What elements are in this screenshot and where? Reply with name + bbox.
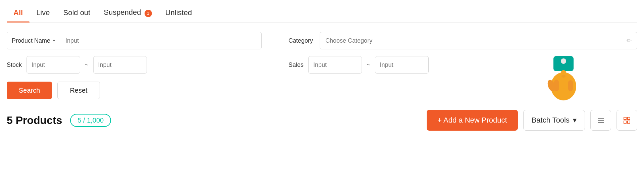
reset-button[interactable]: Reset [57,82,100,99]
tab-sold-out[interactable]: Sold out [56,4,97,22]
tab-live[interactable]: Live [30,4,56,22]
batch-tools-button[interactable]: Batch Tools ▾ [523,110,585,131]
product-name-selector[interactable]: Product Name ▾ [7,32,262,49]
bottom-row: 5 Products 5 / 1,000 [7,110,637,131]
sales-label: Sales [288,61,304,69]
stock-to-input[interactable] [93,56,147,74]
edit-icon[interactable]: ✏ [627,37,632,44]
action-buttons-row: Search Reset [7,82,637,99]
sales-from-input[interactable] [308,56,362,74]
product-name-input[interactable] [60,37,261,44]
stock-from-input[interactable] [26,56,80,74]
suspended-badge: 1 [145,10,152,17]
tab-suspended[interactable]: Suspended 1 [97,3,158,22]
product-name-filter: Product Name ▾ [7,32,262,49]
chevron-down-icon: ▾ [53,38,55,43]
stock-filter: Stock ~ [7,56,262,74]
tab-all[interactable]: All [7,4,30,22]
stock-range-separator: ~ [85,61,89,69]
tab-unlisted[interactable]: Unlisted [159,4,199,22]
view-grid-button[interactable] [616,110,637,131]
search-button[interactable]: Search [7,82,52,99]
stock-label: Stock [7,61,22,69]
filter-row-1: Product Name ▾ Category ✏ [7,32,637,49]
tabs-bar: All Live Sold out Suspended 1 Unlisted [7,0,637,23]
sales-filter: Sales ~ [288,56,637,74]
view-list-button[interactable] [590,110,611,131]
svg-rect-12 [628,117,630,120]
svg-rect-13 [624,121,626,123]
product-name-dropdown[interactable]: Product Name ▾ [7,32,60,49]
bottom-actions: + Add a New Product Batch Tools ▾ [427,110,637,131]
category-input-wrapper: ✏ [320,32,637,49]
svg-point-6 [561,75,566,78]
svg-rect-14 [628,121,630,123]
chevron-down-icon: ▾ [573,116,577,125]
sales-to-input[interactable] [375,56,429,74]
grid-view-icon [623,116,631,124]
svg-rect-11 [624,117,626,120]
category-input[interactable] [325,37,627,44]
sales-range-separator: ~ [367,61,370,69]
category-filter: Category ✏ [288,32,637,49]
add-new-product-button[interactable]: + Add a New Product [427,110,518,131]
filter-row-2: Stock ~ Sales ~ [7,56,637,74]
list-view-icon [597,116,605,124]
quota-badge: 5 / 1,000 [70,114,111,127]
products-count-section: 5 Products 5 / 1,000 [7,114,111,127]
products-count: 5 Products [7,114,62,127]
category-label: Category [288,37,313,44]
